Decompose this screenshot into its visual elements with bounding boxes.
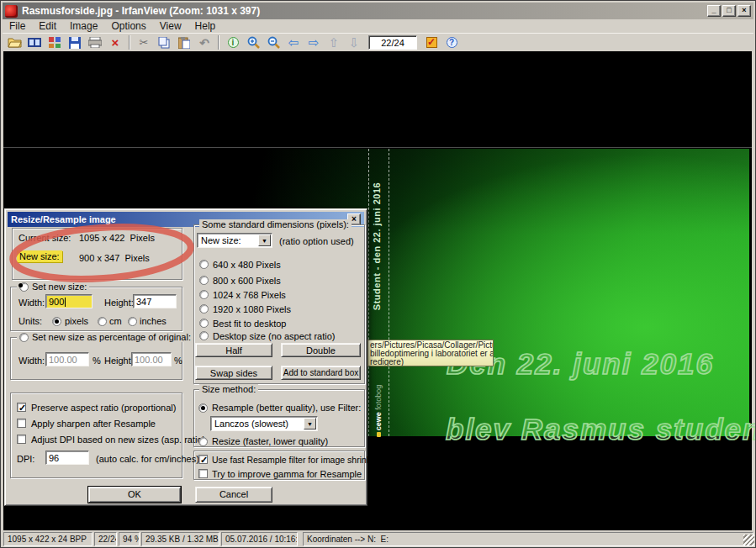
undo-button[interactable]: ↶ [194,34,214,51]
percentage-legend: Set new size as percentage of original: [32,332,191,342]
info-button[interactable]: i [223,34,243,51]
spine-dashed-line [389,149,389,436]
menu-file[interactable]: File [3,19,32,33]
width-input[interactable]: 900 [45,294,93,308]
status-bar: 1095 x 422 x 24 BPP 22/24 94 % 29.35 KB … [3,531,753,547]
dim-640x480-radio[interactable] [199,260,209,269]
percentage-radio[interactable] [19,333,29,342]
delete-button[interactable]: × [105,34,125,51]
units-label: Units: [19,316,42,326]
irfanview-logo-icon [5,5,18,18]
height-input[interactable]: 347 [133,294,177,308]
copy-button[interactable] [154,34,174,51]
first-image-button[interactable]: ⇧ [324,34,344,51]
zoom-in-button[interactable] [243,34,263,51]
text-caret [65,298,66,307]
maximize-button[interactable]: □ [722,5,736,17]
resample-label: Resample (better quality), use Filter: [212,403,361,413]
adjust-dpi-checkbox[interactable] [17,435,26,444]
unit-cm-radio[interactable] [98,317,107,326]
slideshow-button[interactable] [24,34,45,51]
save-button[interactable] [65,34,85,51]
toolbar-separator [218,35,219,50]
chevron-down-icon[interactable]: ▼ [304,418,316,429]
pct-height-label: Height: [104,356,134,366]
pct-width-sign: % [93,356,101,366]
print-button[interactable] [85,34,105,51]
half-button[interactable]: Half [195,343,272,357]
gamma-checkbox[interactable] [198,469,208,478]
jpg-options-button[interactable]: ✓ [421,34,441,51]
size-method-legend: Size method: [199,384,258,394]
paste-button[interactable] [174,34,194,51]
dpi-label: DPI: [17,454,34,464]
close-button[interactable]: × [737,5,751,17]
double-button[interactable]: Double [281,343,361,357]
filter-combo-value: Lanczos (slowest) [214,419,288,429]
menu-image[interactable]: Image [63,19,104,33]
photo-divider-line [3,147,752,148]
arrow-right-icon: ⇨ [309,37,320,49]
best-fit-label: Best fit to desktop [213,319,286,329]
menu-options[interactable]: Options [104,19,152,33]
undo-icon: ↶ [199,37,209,49]
ok-button[interactable]: OK [88,487,181,503]
set-new-size-radio[interactable] [19,282,29,292]
cut-button[interactable]: ✂ [134,34,154,51]
desktop-size-label: Desktop size (no aspect ratio) [213,331,336,341]
dim-640x480-label: 640 x 480 Pixels [213,260,281,270]
pct-width-label: Width: [19,356,45,366]
page-counter-input[interactable] [368,35,417,50]
dpi-input[interactable]: 96 [45,451,89,465]
open-button[interactable] [4,34,24,51]
desktop-size-radio[interactable] [199,331,209,340]
dim-800x600-radio[interactable] [199,276,209,285]
toolbar: × ✂ ↶ i ⇦ ⇨ ⇧ ⇩ ✓ ? [3,33,753,51]
resize-grip[interactable] [743,535,754,545]
help-button[interactable]: ? [441,34,462,51]
current-size-label: Current size: [19,233,71,243]
unit-inches-radio[interactable] [128,317,137,326]
resize-radio[interactable] [198,437,208,446]
menu-bar: File Edit Image Options View Help [3,19,753,33]
status-page-counter: 22/24 [94,532,117,546]
fast-filter-checkbox[interactable] [198,455,208,464]
cancel-button[interactable]: Cancel [195,487,272,503]
zoom-in-icon [247,36,260,49]
add-to-standard-box-button[interactable]: Add to standard box [281,366,361,380]
apply-sharpen-checkbox[interactable] [17,419,26,428]
dim-1024x768-radio[interactable] [199,290,209,299]
print-icon [88,37,102,48]
zoom-out-button[interactable] [263,34,283,51]
previous-image-button[interactable]: ⇦ [283,34,304,51]
unit-pixels-radio[interactable] [52,317,61,326]
spine-dashed-line [368,149,369,436]
width-label: Width: [19,298,45,308]
filter-combo[interactable]: Lanczos (slowest) ▼ [210,416,318,431]
pct-width-input[interactable]: 100.00 [45,352,89,366]
swap-sides-button[interactable]: Swap sides [195,366,272,380]
cut-icon: ✂ [140,37,149,49]
next-image-button[interactable]: ⇨ [304,34,324,51]
tooltip-line: redigere) [370,358,491,366]
best-fit-radio[interactable] [199,319,209,328]
new-size-value: 900 x 347 Pixels [79,253,150,263]
last-image-button[interactable]: ⇩ [344,34,364,51]
menu-help[interactable]: Help [188,19,223,33]
title-bar[interactable]: Rasmusforside.jpg - IrfanView (Zoom: 103… [3,3,753,19]
dim-1920x1080-radio[interactable] [199,304,209,314]
resample-radio[interactable] [198,403,208,413]
window-title: Rasmusforside.jpg - IrfanView (Zoom: 103… [22,5,706,17]
checkbox-check-icon: ✓ [426,37,437,48]
preserve-aspect-checkbox[interactable] [17,403,26,412]
unit-cm-label: cm [109,316,122,326]
standard-size-combo[interactable]: New size: ▼ [197,233,272,248]
menu-view[interactable]: View [153,19,188,33]
paste-icon [178,37,190,49]
chevron-down-icon[interactable]: ▼ [258,234,271,246]
standard-size-combo-value: New size: [201,235,241,245]
thumbnails-button[interactable] [45,34,65,51]
pct-height-input[interactable]: 100.00 [131,352,172,366]
menu-edit[interactable]: Edit [32,19,63,33]
minimize-button[interactable]: _ [707,5,721,17]
